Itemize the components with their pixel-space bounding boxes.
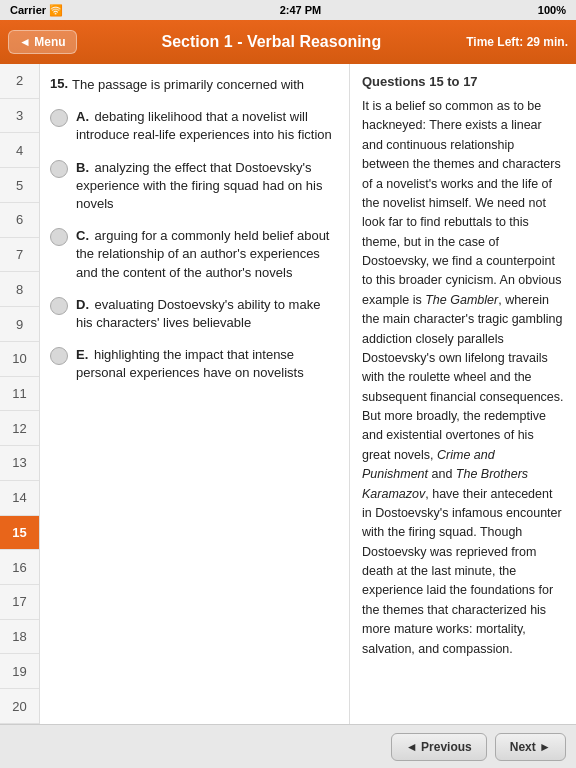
sidebar-item-2[interactable]: 2 (0, 64, 39, 99)
sidebar-item-8[interactable]: 8 (0, 272, 39, 307)
sidebar-item-20[interactable]: 20 (0, 689, 39, 724)
radio-C (50, 228, 68, 246)
timer-text: Time Left: 29 min. (466, 35, 568, 49)
option-label-B: B. analyzing the effect that Dostoevsky'… (76, 159, 339, 214)
sidebar-item-17[interactable]: 17 (0, 585, 39, 620)
radio-D (50, 297, 68, 315)
question-sidebar: 234567891011121314151617181920 (0, 64, 40, 724)
sidebar-item-7[interactable]: 7 (0, 238, 39, 273)
sidebar-item-3[interactable]: 3 (0, 99, 39, 134)
question-text: The passage is primarily concerned with (72, 76, 304, 94)
previous-button[interactable]: ◄ Previous (391, 733, 487, 761)
passage-panel: Questions 15 to 17 It is a belief so com… (350, 64, 576, 724)
header-title: Section 1 - Verbal Reasoning (85, 33, 459, 51)
radio-B (50, 160, 68, 178)
sidebar-item-12[interactable]: 12 (0, 411, 39, 446)
header: ◄ Menu Section 1 - Verbal Reasoning Time… (0, 20, 576, 64)
main-area: 234567891011121314151617181920 15. The p… (0, 64, 576, 724)
content-area: 15. The passage is primarily concerned w… (40, 64, 576, 724)
passage-text: It is a belief so common as to be hackne… (362, 97, 564, 659)
question-number: 15. (50, 76, 68, 102)
sidebar-item-6[interactable]: 6 (0, 203, 39, 238)
option-label-E: E. highlighting the impact that intense … (76, 346, 339, 382)
sidebar-item-16[interactable]: 16 (0, 550, 39, 585)
answer-option-B[interactable]: B. analyzing the effect that Dostoevsky'… (50, 159, 339, 214)
option-letter: E. (76, 347, 88, 362)
carrier-text: Carrier 🛜 (10, 4, 63, 17)
sidebar-item-4[interactable]: 4 (0, 133, 39, 168)
menu-button[interactable]: ◄ Menu (8, 30, 77, 54)
footer: ◄ Previous Next ► (0, 724, 576, 768)
time-text: 2:47 PM (280, 4, 322, 16)
option-label-A: A. debating likelihood that a novelist w… (76, 108, 339, 144)
sidebar-item-11[interactable]: 11 (0, 377, 39, 412)
question-panel: 15. The passage is primarily concerned w… (40, 64, 350, 724)
next-button[interactable]: Next ► (495, 733, 566, 761)
sidebar-item-13[interactable]: 13 (0, 446, 39, 481)
option-letter: D. (76, 297, 89, 312)
sidebar-item-15[interactable]: 15 (0, 516, 39, 551)
answer-option-E[interactable]: E. highlighting the impact that intense … (50, 346, 339, 382)
passage-header: Questions 15 to 17 (362, 74, 564, 89)
option-letter: C. (76, 228, 89, 243)
radio-E (50, 347, 68, 365)
answer-options: A. debating likelihood that a novelist w… (50, 108, 339, 382)
answer-option-D[interactable]: D. evaluating Dostoevsky's ability to ma… (50, 296, 339, 332)
battery-text: 100% (538, 4, 566, 16)
option-label-C: C. arguing for a commonly held belief ab… (76, 227, 339, 282)
radio-A (50, 109, 68, 127)
sidebar-item-19[interactable]: 19 (0, 654, 39, 689)
option-letter: B. (76, 160, 89, 175)
sidebar-item-18[interactable]: 18 (0, 620, 39, 655)
answer-option-A[interactable]: A. debating likelihood that a novelist w… (50, 108, 339, 144)
sidebar-item-14[interactable]: 14 (0, 481, 39, 516)
option-letter: A. (76, 109, 89, 124)
option-label-D: D. evaluating Dostoevsky's ability to ma… (76, 296, 339, 332)
answer-option-C[interactable]: C. arguing for a commonly held belief ab… (50, 227, 339, 282)
sidebar-item-5[interactable]: 5 (0, 168, 39, 203)
sidebar-item-10[interactable]: 10 (0, 342, 39, 377)
status-bar: Carrier 🛜 2:47 PM 100% (0, 0, 576, 20)
sidebar-item-9[interactable]: 9 (0, 307, 39, 342)
